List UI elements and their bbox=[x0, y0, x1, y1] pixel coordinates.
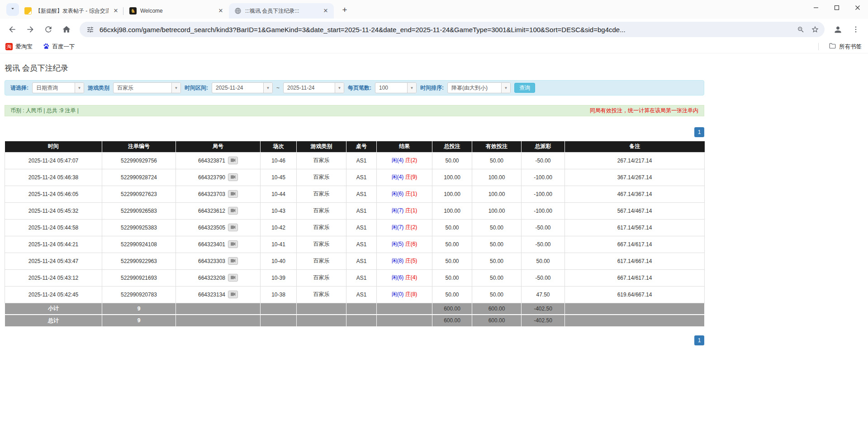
zoom-icon[interactable] bbox=[796, 24, 806, 34]
cell-total-bet-link[interactable]: 100.00 bbox=[432, 169, 472, 186]
round-number: 664323505 bbox=[198, 225, 225, 231]
close-icon[interactable]: ✕ bbox=[112, 7, 119, 14]
cell-payout: 50.00 bbox=[522, 253, 565, 269]
video-replay-button[interactable] bbox=[228, 207, 238, 215]
cell-table: AS1 bbox=[346, 286, 377, 303]
cell-payout: -100.00 bbox=[522, 186, 565, 202]
video-replay-button[interactable] bbox=[228, 291, 238, 298]
home-button[interactable] bbox=[59, 22, 74, 37]
query-button[interactable]: 查询 bbox=[514, 83, 535, 93]
tab-search-button[interactable] bbox=[6, 3, 19, 16]
cell-total-bet-link[interactable]: 50.00 bbox=[432, 152, 472, 169]
new-tab-button[interactable]: + bbox=[338, 4, 351, 17]
bookmarks-bar: 淘 爱淘宝 百度一下 所有书签 bbox=[0, 40, 868, 53]
page-1-button[interactable]: 1 bbox=[694, 127, 704, 137]
banker-result: 庄(2) bbox=[405, 224, 417, 230]
total-payout: -402.50 bbox=[522, 315, 565, 326]
chevron-down-icon: ▼ bbox=[263, 83, 272, 93]
cell-time: 2025-11-24 05:43:12 bbox=[5, 269, 102, 286]
tab-welcome[interactable]: ♞ Welcome ✕ bbox=[124, 3, 229, 19]
game-type-select[interactable]: 百家乐 ▼ bbox=[113, 82, 181, 93]
cell-remark: 367.14/267.14 bbox=[565, 169, 705, 186]
video-replay-button[interactable] bbox=[228, 157, 238, 164]
back-button[interactable] bbox=[5, 22, 20, 37]
cell-total-bet-link[interactable]: 100.00 bbox=[432, 186, 472, 202]
cell-total-bet-link[interactable]: 100.00 bbox=[432, 202, 472, 219]
page-1-button[interactable]: 1 bbox=[694, 335, 704, 345]
video-replay-button[interactable] bbox=[228, 173, 238, 181]
cell-game-type: 百家乐 bbox=[297, 169, 346, 186]
cell-result: 闲(8) 庄(5) bbox=[377, 253, 432, 269]
player-result: 闲(8) bbox=[392, 258, 404, 264]
cell-total-bet-link[interactable]: 50.00 bbox=[432, 269, 472, 286]
cell-remark: 267.14/217.14 bbox=[565, 152, 705, 169]
cell-table: AS1 bbox=[346, 253, 377, 269]
close-icon[interactable]: ✕ bbox=[322, 7, 329, 14]
all-bookmarks-button[interactable]: 所有书签 bbox=[829, 42, 862, 51]
cell-bet-id: 522990926583 bbox=[102, 202, 176, 219]
bookmark-taobao[interactable]: 淘 爱淘宝 bbox=[5, 43, 33, 51]
bookmark-star-icon[interactable] bbox=[810, 24, 820, 34]
url-bar[interactable]: 66cxkj98.com/game/betrecord_search/kind3… bbox=[80, 22, 825, 37]
chevron-down-icon bbox=[9, 5, 16, 14]
close-window-button[interactable] bbox=[847, 0, 868, 15]
date-end-select[interactable]: 2025-11-24 ▼ bbox=[283, 82, 344, 93]
site-settings-icon[interactable] bbox=[85, 24, 95, 34]
chevron-down-icon: ▼ bbox=[171, 83, 180, 93]
reload-button[interactable] bbox=[41, 22, 56, 37]
forward-button[interactable] bbox=[23, 22, 38, 37]
query-type-select[interactable]: 日期查询 ▼ bbox=[32, 82, 84, 93]
cell-total-bet-link[interactable]: 50.00 bbox=[432, 286, 472, 303]
cell-total-bet-link[interactable]: 50.00 bbox=[432, 253, 472, 269]
minimize-button[interactable] bbox=[806, 0, 826, 15]
cell-total-bet-link[interactable]: 50.00 bbox=[432, 219, 472, 236]
window-controls bbox=[806, 0, 868, 15]
video-replay-button[interactable] bbox=[228, 257, 238, 265]
video-replay-button[interactable] bbox=[228, 224, 238, 231]
table-row: 2025-11-24 05:43:47 522990922963 6643233… bbox=[5, 253, 705, 269]
cell-valid-bet: 100.00 bbox=[472, 186, 522, 202]
profile-avatar[interactable] bbox=[830, 22, 845, 37]
cell-session: 10-38 bbox=[261, 286, 297, 303]
url-text[interactable]: 66cxkj98.com/game/betrecord_search/kind3… bbox=[100, 26, 791, 33]
round-number: 664323134 bbox=[198, 292, 225, 298]
date-start-select[interactable]: 2025-11-24 ▼ bbox=[212, 82, 273, 93]
close-icon[interactable]: ✕ bbox=[217, 7, 224, 14]
cell-valid-bet: 50.00 bbox=[472, 219, 522, 236]
sort-select[interactable]: 降幂(由大到小) ▼ bbox=[447, 82, 511, 93]
video-replay-button[interactable] bbox=[228, 274, 238, 282]
pagination-bottom: 1 bbox=[5, 335, 704, 345]
taobao-icon: 淘 bbox=[5, 43, 13, 50]
cell-bet-id: 522990924108 bbox=[102, 236, 176, 253]
video-replay-button[interactable] bbox=[228, 240, 238, 248]
cell-payout: 47.50 bbox=[522, 286, 565, 303]
cell-round: 664323303 bbox=[176, 253, 261, 269]
table-row: 2025-11-24 05:42:45 522990920783 6643231… bbox=[5, 286, 705, 303]
menu-kebab-icon[interactable] bbox=[848, 22, 863, 37]
banker-result: 庄(2) bbox=[405, 157, 417, 163]
per-page-label: 每页笔数: bbox=[348, 84, 371, 92]
tab-forum[interactable]: 【新提醒】发表帖子 - 综合交流 ✕ bbox=[19, 3, 124, 19]
cell-valid-bet: 50.00 bbox=[472, 286, 522, 303]
cell-remark: 467.14/367.14 bbox=[565, 186, 705, 202]
round-number: 664323871 bbox=[198, 158, 225, 164]
tab-bet-records[interactable]: :::视讯 会员下注纪录::: ✕ bbox=[229, 3, 334, 19]
cell-game-type: 百家乐 bbox=[297, 202, 346, 219]
globe-icon bbox=[234, 7, 242, 14]
maximize-button[interactable] bbox=[826, 0, 847, 15]
bookmark-baidu[interactable]: 百度一下 bbox=[43, 43, 75, 51]
video-replay-button[interactable] bbox=[228, 190, 238, 198]
tab-title: :::视讯 会员下注纪录::: bbox=[245, 7, 318, 15]
table-row: 2025-11-24 05:44:21 522990924108 6643234… bbox=[5, 236, 705, 253]
banker-result: 庄(8) bbox=[405, 291, 417, 297]
per-page-select[interactable]: 100 ▼ bbox=[375, 82, 417, 93]
camera-icon bbox=[230, 292, 236, 297]
cell-time: 2025-11-24 05:46:05 bbox=[5, 186, 102, 202]
cell-table: AS1 bbox=[346, 236, 377, 253]
cell-game-type: 百家乐 bbox=[297, 236, 346, 253]
cell-result: 闲(4) 庄(2) bbox=[377, 152, 432, 169]
subtotal-valid-bet: 600.00 bbox=[472, 303, 522, 315]
cell-time: 2025-11-24 05:42:45 bbox=[5, 286, 102, 303]
cell-total-bet-link[interactable]: 50.00 bbox=[432, 236, 472, 253]
cell-round: 664323703 bbox=[176, 186, 261, 202]
